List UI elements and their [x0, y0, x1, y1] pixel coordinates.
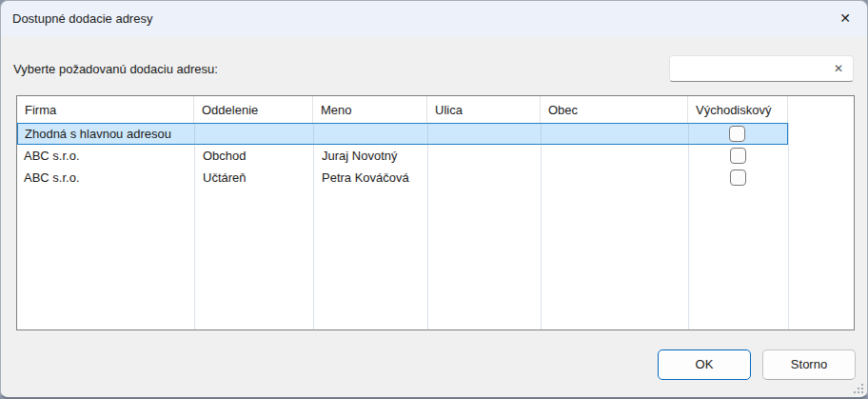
- cell-firma: Zhodná s hlavnou adresou: [18, 124, 195, 144]
- close-icon: ✕: [839, 10, 851, 26]
- cancel-button[interactable]: Storno: [762, 349, 856, 380]
- prompt-label: Vyberte požadovanú dodaciu adresu:: [13, 62, 218, 76]
- cell-oddelenie: [195, 124, 314, 144]
- cell-oddelenie: Obchod: [194, 145, 313, 167]
- close-button[interactable]: ✕: [823, 1, 867, 35]
- cell-obec: [541, 145, 688, 167]
- cell-vychodiskovy: [687, 124, 787, 144]
- cell-oddelenie: Učtáreň: [194, 167, 313, 189]
- cell-ulica: [427, 124, 541, 144]
- cell-vychodiskovy: [688, 167, 788, 189]
- column-header-firma[interactable]: Firma: [17, 96, 194, 123]
- column-header-oddelenie[interactable]: Oddelenie: [194, 96, 313, 123]
- cell-obec: [541, 167, 688, 189]
- table-row-obchod[interactable]: ABC s.r.o. Obchod Juraj Novotný: [17, 145, 788, 167]
- table-row-uctaren[interactable]: ABC s.r.o. Učtáreň Petra Kováčová: [17, 167, 788, 189]
- cell-meno: Juraj Novotný: [313, 145, 427, 167]
- default-checkbox[interactable]: [729, 126, 745, 142]
- cell-ulica: [427, 167, 541, 189]
- column-header-obec[interactable]: Obec: [541, 96, 688, 123]
- cell-firma: ABC s.r.o.: [17, 167, 194, 189]
- address-table: Firma Oddelenie Meno Ulica Obec Východis…: [16, 95, 855, 330]
- cell-ulica: [427, 145, 541, 167]
- title-bar: Dostupné dodacie adresy ✕: [1, 1, 867, 36]
- column-header-ulica[interactable]: Ulica: [427, 96, 541, 123]
- column-separator: [788, 123, 789, 329]
- window-title: Dostupné dodacie adresy: [1, 11, 152, 26]
- column-header-filler: [788, 96, 854, 123]
- default-checkbox[interactable]: [730, 170, 746, 186]
- search-box: ✕: [669, 55, 854, 82]
- table-row-main-address[interactable]: Zhodná s hlavnou adresou: [17, 123, 788, 145]
- ok-button[interactable]: OK: [658, 349, 751, 380]
- table-header: Firma Oddelenie Meno Ulica Obec Východis…: [17, 96, 854, 123]
- resize-grip-icon[interactable]: [854, 384, 856, 386]
- cell-meno: [313, 124, 427, 144]
- cell-vychodiskovy: [688, 145, 788, 167]
- default-checkbox[interactable]: [730, 148, 746, 164]
- cell-obec: [541, 124, 688, 144]
- search-input[interactable]: [676, 56, 826, 81]
- delivery-address-dialog: Dostupné dodacie adresy ✕ Vyberte požado…: [0, 0, 868, 399]
- column-header-meno[interactable]: Meno: [313, 96, 427, 123]
- clear-search-icon[interactable]: ✕: [834, 63, 843, 74]
- column-header-vychodiskovy[interactable]: Východiskový: [688, 96, 788, 123]
- cell-meno: Petra Kováčová: [313, 167, 427, 189]
- cell-firma: ABC s.r.o.: [17, 145, 194, 167]
